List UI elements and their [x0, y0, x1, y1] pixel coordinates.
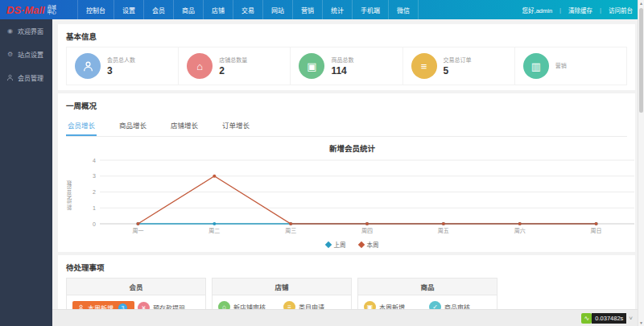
stats-row: 会员总人数 3 ⌂ 店铺总数量 2 ▣ 商品总数 114 ≡ [66, 47, 627, 85]
tab-store-growth[interactable]: 店铺增长 [169, 116, 200, 136]
person-icon [6, 74, 14, 81]
svg-text:周日: 周日 [591, 228, 602, 234]
weekly-line-chart: 01234周一周二周三周四周五周六周日 [77, 155, 641, 236]
sidebar-item-label: 站点设置 [18, 50, 43, 59]
legend-marker-icon [357, 241, 364, 247]
sidebar: ◉ 欢迎界面 ⚙ 站点设置 会员管理 [0, 19, 52, 326]
order-total-icon: ≡ [411, 53, 437, 79]
welcome-icon: ◉ [6, 27, 14, 35]
sidebar-item-welcome[interactable]: ◉ 欢迎界面 [0, 19, 52, 43]
app-logo[interactable]: DS·Mall 商城中心 [0, 0, 77, 19]
svg-text:周一: 周一 [132, 228, 143, 234]
weekly-chart-wrap: 新增会员统计 新增会员数 01234周一周二周三周四周五周六周日 上周本周 [66, 142, 627, 249]
svg-text:3: 3 [93, 173, 96, 179]
svg-text:2: 2 [93, 189, 96, 195]
nav-item-goods[interactable]: 商品 [173, 0, 203, 19]
nav-item-website[interactable]: 网站 [262, 0, 292, 19]
svg-text:周二: 周二 [208, 228, 220, 234]
sidebar-item-label: 欢迎界面 [18, 27, 43, 35]
stat-label: 营销 [555, 61, 567, 69]
user-greeting[interactable]: 您好,admin [522, 6, 553, 14]
tab-goods-growth[interactable]: 商品增长 [118, 116, 148, 136]
debug-toolbar[interactable]: ∿ 0.037482s ˅ [581, 313, 633, 324]
svg-text:周五: 周五 [438, 228, 449, 234]
exec-time: 0.037482s [592, 313, 626, 324]
svg-text:4: 4 [93, 158, 96, 163]
topbar: DS·Mall 商城中心 控制台 设置 会员 商品 店铺 交易 网站 营销 统计… [0, 0, 644, 19]
stat-value: 5 [444, 65, 472, 76]
panel-title: 会员 [67, 279, 205, 295]
nav-item-trade[interactable]: 交易 [233, 0, 262, 19]
marketing-icon: ▥ [523, 53, 549, 79]
legend-marker-icon [324, 241, 331, 247]
scroll-up-arrow[interactable]: ▲ [638, 0, 644, 6]
member-total-icon [75, 53, 101, 79]
store-total-icon: ⌂ [187, 53, 213, 79]
nav-item-statistics[interactable]: 统计 [322, 0, 352, 19]
scrollbar-thumb[interactable] [639, 8, 643, 113]
svg-text:周四: 周四 [361, 228, 373, 234]
sidebar-item-member-management[interactable]: 会员管理 [0, 66, 52, 89]
nav-item-dashboard[interactable]: 控制台 [77, 0, 114, 19]
logo-text: DS·Mall [6, 4, 45, 16]
panel-title: 商品 [358, 279, 497, 295]
legend-item-上周[interactable]: 上周 [326, 240, 346, 249]
top-navigation: 控制台 设置 会员 商品 店铺 交易 网站 营销 统计 手机端 微信 [77, 0, 419, 19]
stat-label: 店铺总数量 [219, 56, 247, 64]
visit-site-link[interactable]: 访问前台 [609, 6, 633, 14]
main-content: 基本信息 会员总人数 3 ⌂ 店铺总数量 2 ▣ [52, 19, 638, 326]
stat-value: 114 [331, 65, 353, 76]
sidebar-item-label: 会员管理 [18, 73, 43, 82]
stat-card-marketing: ▥ 营销 [514, 47, 626, 85]
stat-card-goods: ▣ 商品总数 114 [290, 47, 402, 85]
stat-card-stores: ⌂ 店铺总数量 2 [178, 47, 290, 85]
nav-item-store[interactable]: 店铺 [203, 0, 233, 19]
stat-card-orders: ≡ 交易总订单 5 [402, 47, 514, 85]
footer-bar [52, 309, 644, 326]
clear-cache-link[interactable]: 清除缓存 [568, 6, 592, 14]
gear-icon: ⚙ [6, 51, 14, 58]
svg-text:周六: 周六 [514, 227, 526, 234]
chart-legend: 上周本周 [77, 240, 627, 249]
basic-info-title: 基本信息 [66, 31, 627, 42]
thinkphp-debug-icon: ∿ [581, 313, 592, 324]
stat-label: 交易总订单 [444, 56, 472, 64]
chevron-down-icon: ˅ [629, 315, 633, 322]
stat-card-members: 会员总人数 3 [67, 47, 178, 85]
week-overview-tabs: 会员增长 商品增长 店铺增长 订单增长 [66, 116, 627, 137]
stat-label: 会员总人数 [107, 56, 135, 64]
week-overview-section: 一周概况 会员增长 商品增长 店铺增长 订单增长 新增会员统计 新增会员数 01… [58, 93, 635, 252]
week-overview-title: 一周概况 [66, 100, 627, 111]
panel-title: 店铺 [213, 279, 351, 295]
tab-order-growth[interactable]: 订单增长 [221, 116, 251, 136]
sidebar-item-site-settings[interactable]: ⚙ 站点设置 [0, 43, 52, 66]
legend-label: 本周 [367, 240, 379, 249]
scroll-down-arrow[interactable]: ▼ [638, 320, 644, 326]
scrollbar[interactable]: ▲ ▼ [638, 0, 644, 326]
stat-value: 3 [107, 65, 135, 76]
tab-member-growth[interactable]: 会员增长 [66, 116, 97, 136]
nav-item-member[interactable]: 会员 [143, 0, 173, 19]
stat-value: 2 [219, 65, 247, 76]
goods-total-icon: ▣ [299, 53, 324, 79]
legend-item-本周[interactable]: 本周 [359, 240, 379, 249]
nav-item-settings[interactable]: 设置 [114, 0, 143, 19]
basic-info-section: 基本信息 会员总人数 3 ⌂ 店铺总数量 2 ▣ [58, 24, 635, 90]
topbar-user-area: 您好,admin | 清除缓存 | 访问前台 [522, 0, 644, 19]
logo-subtitle: 商城中心 [47, 5, 56, 15]
todo-title: 待处理事项 [66, 262, 627, 273]
chart-y-axis-label: 新增会员数 [66, 180, 74, 210]
svg-text:周三: 周三 [285, 228, 296, 234]
nav-item-mobile[interactable]: 手机端 [352, 0, 388, 19]
svg-text:1: 1 [93, 205, 96, 211]
legend-label: 上周 [334, 240, 346, 249]
svg-text:0: 0 [93, 221, 96, 227]
chart-title: 新增会员统计 [77, 142, 627, 154]
nav-item-wechat[interactable]: 微信 [388, 0, 419, 19]
stat-label: 商品总数 [331, 56, 353, 64]
nav-item-marketing[interactable]: 营销 [292, 0, 322, 19]
